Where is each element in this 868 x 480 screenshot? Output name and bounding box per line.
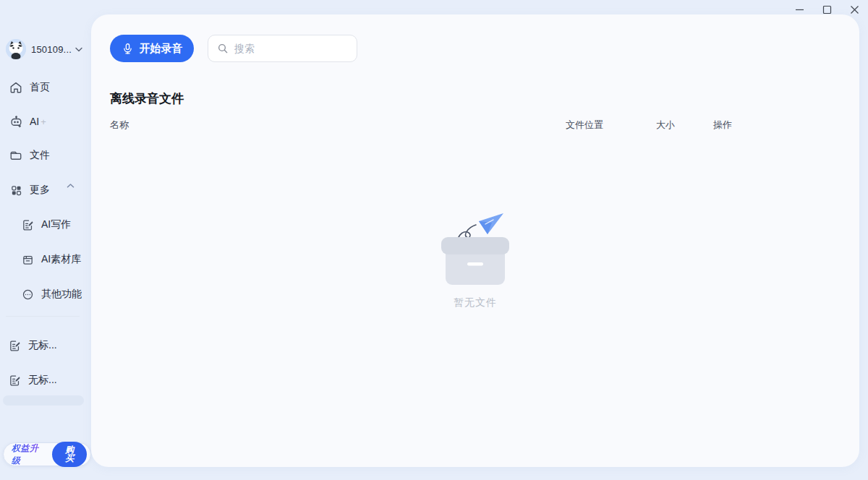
search-box[interactable] bbox=[208, 35, 357, 62]
sidebar-item-label: AI bbox=[30, 116, 39, 127]
empty-box-paper-plane-illustration bbox=[435, 211, 515, 289]
ai-robot-icon bbox=[9, 114, 23, 129]
chevron-up-icon[interactable] bbox=[67, 183, 75, 189]
ellipsis-circle-icon bbox=[20, 287, 35, 301]
sidebar-item-ai-library[interactable]: AI素材库 bbox=[0, 249, 91, 270]
doc-edit-icon bbox=[7, 373, 22, 387]
sidebar-item-label: 文件 bbox=[30, 149, 50, 162]
main-panel: 开始录音 离线录音文件 名称 文件位置 大小 操作 暂无文件 bbox=[91, 14, 859, 467]
table-header: 名称 文件位置 大小 操作 bbox=[91, 119, 859, 133]
doc-edit-icon bbox=[20, 218, 35, 232]
page-title: 离线录音文件 bbox=[110, 90, 184, 107]
sidebar-item-other-functions[interactable]: 其他功能 bbox=[0, 284, 91, 304]
sidebar-divider bbox=[6, 316, 80, 317]
record-button-label: 开始录音 bbox=[140, 42, 183, 56]
sidebar-item-label: 更多 bbox=[30, 184, 50, 197]
start-recording-button[interactable]: 开始录音 bbox=[110, 35, 194, 62]
window-controls bbox=[786, 0, 868, 19]
chevron-down-icon bbox=[75, 47, 82, 52]
empty-state: 暂无文件 bbox=[435, 211, 515, 309]
search-icon bbox=[217, 43, 229, 54]
plus-suffix: + bbox=[41, 116, 46, 127]
search-input[interactable] bbox=[234, 43, 348, 54]
recent-file-item[interactable]: 无标... bbox=[0, 370, 91, 390]
sidebar-item-label: AI素材库 bbox=[41, 253, 81, 266]
buy-button[interactable]: 购买 bbox=[52, 442, 87, 467]
sidebar-item-ai-writing[interactable]: AI写作 bbox=[0, 215, 91, 235]
avatar bbox=[6, 39, 26, 59]
recent-file-label: 无标... bbox=[28, 374, 57, 387]
upgrade-label: 权益升级 bbox=[12, 442, 47, 467]
doc-edit-icon bbox=[7, 338, 22, 353]
sidebar-item-label: AI写作 bbox=[41, 218, 71, 231]
microphone-icon bbox=[122, 43, 134, 55]
empty-state-text: 暂无文件 bbox=[454, 296, 497, 309]
sidebar-item-more[interactable]: 更多 bbox=[0, 180, 91, 200]
library-icon bbox=[20, 252, 35, 267]
home-icon bbox=[9, 80, 23, 95]
maximize-icon[interactable] bbox=[813, 0, 841, 19]
recent-file-item[interactable]: 无标... bbox=[0, 335, 91, 356]
grid-icon bbox=[9, 183, 23, 197]
column-header-location: 文件位置 bbox=[566, 119, 603, 132]
sidebar-item-label: 其他功能 bbox=[41, 288, 82, 301]
sidebar-item-files[interactable]: 文件 bbox=[0, 145, 91, 166]
sidebar-item-home[interactable]: 首页 bbox=[0, 77, 91, 98]
sidebar-item-ai[interactable]: AI + bbox=[0, 111, 91, 132]
close-icon[interactable] bbox=[841, 0, 868, 19]
folder-icon bbox=[9, 148, 23, 163]
sidebar-item-label: 首页 bbox=[30, 81, 50, 94]
minimize-icon[interactable] bbox=[786, 0, 813, 19]
user-account[interactable]: 150109... bbox=[0, 39, 91, 59]
user-id: 150109... bbox=[31, 44, 72, 55]
upgrade-banner[interactable]: 权益升级 购买 bbox=[3, 442, 91, 466]
recent-file-label: 无标... bbox=[28, 339, 57, 352]
sidebar: 150109... 首页 AI + 文件 bbox=[0, 0, 91, 480]
column-header-name: 名称 bbox=[110, 119, 129, 132]
column-header-size: 大小 bbox=[656, 119, 675, 132]
column-header-action: 操作 bbox=[713, 119, 732, 132]
recent-file-item-partial[interactable] bbox=[3, 395, 84, 406]
